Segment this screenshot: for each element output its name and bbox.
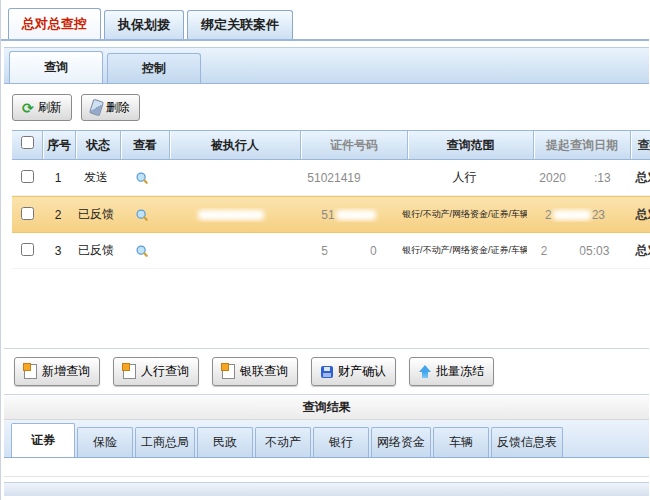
magnifier-icon[interactable] (135, 244, 149, 258)
row-platform: 总对总 (623, 169, 650, 186)
result-tab-saic[interactable]: 工商总局 (135, 427, 195, 457)
tab-label: 总对总查控 (22, 15, 87, 33)
row-id-number: 51021419 (296, 171, 402, 185)
header-checkbox-cell (12, 131, 42, 159)
tab-control[interactable]: 控制 (107, 53, 201, 83)
magnifier-icon[interactable] (135, 171, 149, 185)
results-content-area (4, 458, 649, 477)
sub-tab-bar: 查询 控制 (4, 48, 649, 84)
table-header-row: 序号 状态 查看 被执行人 证件号码 查询范围 提起查询日期 查控平台 (12, 130, 650, 160)
result-tab-feedback-info[interactable]: 反馈信息表 (491, 427, 563, 457)
tab-label: 不动产 (265, 435, 301, 449)
header-status: 状态 (75, 131, 120, 159)
table-empty-area (12, 269, 650, 348)
table-row[interactable]: 3 已反馈 50 银行/不动产/网络资金/证券/车辆/民政 205:03 总对总 (12, 233, 650, 269)
new-document-icon (24, 364, 37, 379)
row-status: 发送 (74, 169, 118, 186)
property-confirm-button[interactable]: 财产确认 (311, 357, 396, 386)
row-query-date: 205:03 (527, 244, 623, 258)
header-platform: 查控平台 (630, 131, 650, 159)
button-label: 银联查询 (240, 363, 288, 380)
delete-button[interactable]: 删除 (81, 94, 140, 121)
new-query-button[interactable]: 新增查询 (14, 357, 100, 386)
result-tab-online-funds[interactable]: 网络资金 (371, 427, 431, 457)
row-view-cell (118, 207, 166, 222)
results-tab-bar: 证券 保险 工商总局 民政 不动产 银行 网络资金 车辆 反馈信息表 (4, 420, 649, 458)
tab-label: 网络资金 (377, 435, 425, 449)
tab-label: 控制 (142, 61, 166, 75)
header-executee: 被执行人 (169, 131, 300, 159)
toolbar: ⟳ 刷新 删除 (4, 84, 649, 130)
result-tab-real-estate[interactable]: 不动产 (255, 427, 311, 457)
refresh-icon: ⟳ (22, 102, 34, 114)
top-tab-bar: 总对总查控 执保划拨 绑定关联案件 (1, 8, 649, 41)
row-status: 已反馈 (74, 206, 118, 223)
row-seq: 2 (42, 208, 74, 222)
magnifier-icon[interactable] (135, 208, 149, 222)
main-panel: 查询 控制 ⟳ 刷新 删除 序号 状态 查看 被执行人 证件号码 查询范围 (4, 47, 649, 496)
row-query-scope: 银行/不动产/网络资金/证券/车辆/民政 (402, 208, 527, 221)
row-checkbox[interactable] (21, 207, 34, 220)
row-checkbox-cell (12, 207, 42, 223)
results-section: 查询结果 证券 保险 工商总局 民政 不动产 银行 网络资金 车辆 反馈信息表 (4, 395, 649, 496)
new-document-icon (123, 364, 136, 379)
tab-label: 证券 (31, 433, 55, 447)
row-query-scope: 银行/不动产/网络资金/证券/车辆/民政 (402, 244, 527, 257)
row-view-cell (118, 170, 166, 185)
button-label: 人行查询 (141, 363, 189, 380)
row-query-date: 2020:13 (527, 171, 623, 185)
tab-label: 执保划拨 (118, 16, 170, 34)
header-query-scope: 查询范围 (407, 131, 533, 159)
refresh-label: 刷新 (38, 99, 62, 116)
tab-zhibao-huabo[interactable]: 执保划拨 (104, 10, 184, 39)
table-row[interactable]: 1 发送 51021419 人行 2020:13 总对总 (12, 160, 650, 196)
tab-label: 反馈信息表 (497, 435, 557, 449)
result-tab-bank[interactable]: 银行 (313, 427, 369, 457)
row-checkbox-cell (12, 170, 42, 186)
row-seq: 3 (42, 244, 74, 258)
row-checkbox[interactable] (21, 170, 34, 183)
app-window: 总对总查控 执保划拨 绑定关联案件 查询 控制 ⟳ 刷新 删除 序号 状态 (0, 0, 649, 500)
delete-label: 删除 (106, 99, 130, 116)
table-row-selected[interactable]: 2 已反馈 51 银行/不动产/网络资金/证券/车辆/民政 223 总对总 (12, 196, 650, 233)
tab-label: 绑定关联案件 (201, 16, 279, 34)
tab-label: 银行 (329, 435, 353, 449)
eraser-icon (89, 99, 104, 117)
tab-label: 工商总局 (141, 435, 189, 449)
button-label: 新增查询 (42, 363, 90, 380)
header-view: 查看 (120, 131, 169, 159)
row-id-number: 50 (296, 244, 402, 258)
unionpay-query-button[interactable]: 银联查询 (212, 357, 298, 386)
row-executee-redacted (166, 208, 296, 222)
batch-freeze-button[interactable]: 批量冻结 (409, 357, 494, 386)
row-checkbox[interactable] (21, 243, 34, 256)
result-tab-insurance[interactable]: 保险 (77, 427, 133, 457)
row-id-number: 51 (296, 208, 402, 222)
tab-label: 车辆 (449, 435, 473, 449)
select-all-checkbox[interactable] (21, 136, 34, 149)
tab-label: 保险 (93, 435, 117, 449)
result-tab-vehicles[interactable]: 车辆 (433, 427, 489, 457)
row-query-scope: 人行 (402, 169, 527, 186)
header-seq: 序号 (42, 131, 75, 159)
pboc-query-button[interactable]: 人行查询 (113, 357, 199, 386)
tab-bangding-guanlian-anjian[interactable]: 绑定关联案件 (187, 10, 293, 39)
button-label: 批量冻结 (436, 363, 484, 380)
tab-label: 民政 (213, 435, 237, 449)
button-label: 财产确认 (338, 363, 386, 380)
refresh-button[interactable]: ⟳ 刷新 (12, 94, 72, 121)
row-query-date: 223 (527, 208, 623, 222)
row-view-cell (118, 243, 166, 258)
result-tab-securities[interactable]: 证券 (11, 423, 75, 457)
tab-zongduizong-chakong[interactable]: 总对总查控 (8, 8, 101, 39)
results-title: 查询结果 (4, 395, 649, 420)
header-id-number: 证件号码 (300, 131, 407, 159)
result-tab-civil-affairs[interactable]: 民政 (197, 427, 253, 457)
row-platform: 总对总 (623, 206, 650, 223)
row-status: 已反馈 (74, 242, 118, 259)
action-bar: 新增查询 人行查询 银联查询 财产确认 批量冻结 (4, 348, 649, 395)
tab-query[interactable]: 查询 (9, 51, 103, 83)
row-platform: 总对总 (623, 242, 650, 259)
panel-bottom-edge (4, 482, 649, 496)
arrow-up-icon (419, 365, 431, 379)
